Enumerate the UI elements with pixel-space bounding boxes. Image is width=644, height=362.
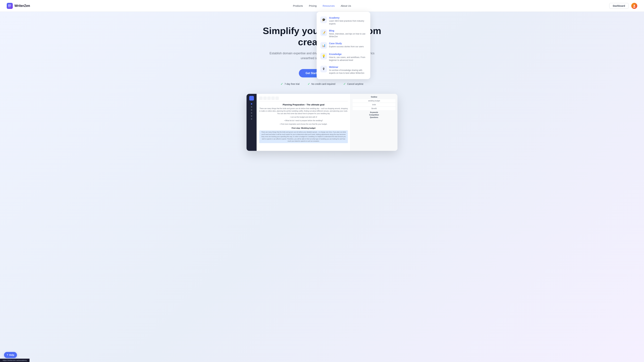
mockup-toolbar [259, 96, 348, 101]
trust-trial: ✓ 7-day free trial [280, 82, 299, 86]
section-title: First step: Wedding budget [259, 127, 348, 130]
outline-item-2: bride [353, 103, 396, 106]
casestudy-text: Case Study Explore success stories from … [329, 42, 364, 48]
sidebar-dot-5 [251, 115, 252, 117]
webinar-icon: 🎙 [320, 66, 327, 72]
academy-title: Academy [329, 16, 366, 19]
sidebar-logo [249, 96, 254, 100]
mockup-content: Planning Preparation - The ultimate goal… [259, 103, 348, 143]
academy-desc: Learn SEO best practices from industry e… [329, 19, 366, 25]
tool-3 [267, 96, 271, 100]
nav-products[interactable]: Products [293, 4, 303, 7]
sidebar-dot-4 [251, 112, 252, 114]
resources-dropdown: 🎓 Academy Learn SEO best practices from … [317, 12, 370, 79]
trust-no-credit: ✓ No credit card required [308, 82, 335, 86]
casestudy-desc: Explore success stories from our users [329, 45, 364, 48]
svg-rect-2 [8, 6, 10, 7]
trust-row: ✓ 7-day free trial ✓ No credit card requ… [7, 82, 637, 86]
trust-credit-label: No credit card required [312, 83, 335, 85]
doc-highlighted: There are many things that the bride and… [259, 130, 348, 143]
webinar-desc: An archive of knowledge sharing with exp… [329, 69, 366, 75]
dropdown-item-webinar[interactable]: 🎙 Webinar An archive of knowledge sharin… [319, 64, 368, 77]
tool-1 [259, 96, 263, 100]
svg-rect-0 [8, 4, 10, 6]
sidebar-dot-1 [251, 103, 252, 105]
logo-icon [7, 3, 13, 9]
questions-label: Questions [353, 116, 396, 118]
webinar-text: Webinar An archive of knowledge sharing … [329, 66, 366, 75]
blog-text: Blog News, interviews, and tips on how t… [329, 29, 366, 38]
trust-cancel: ✓ Cancel anytime [343, 82, 364, 86]
check-icon-trial: ✓ [280, 82, 283, 86]
mockup-sidebar [246, 94, 256, 151]
status-url: https://writerzen.net/academy [3, 359, 27, 361]
logo-area[interactable]: WriterZen [7, 3, 30, 9]
svg-point-4 [634, 5, 635, 6]
trust-cancel-label: Cancel anytime [347, 83, 364, 85]
navigation: WriterZen Products Pricing Resources Abo… [0, 0, 644, 12]
knowledge-title: Knowledge [329, 53, 366, 55]
mockup-window: Planning Preparation - The ultimate goal… [246, 94, 398, 151]
sidebar-dot-2 [251, 106, 252, 108]
nav-links: Products Pricing Resources About Us [293, 4, 351, 7]
competition-label: Competition [353, 114, 396, 116]
mockup-container: Planning Preparation - The ultimate goal… [246, 94, 398, 151]
mockup-main: Planning Preparation - The ultimate goal… [256, 94, 350, 151]
casestudy-icon: 📊 [320, 42, 327, 49]
dropdown-item-blog[interactable]: 📝 Blog News, interviews, and tips on how… [319, 27, 368, 40]
trust-trial-label: 7-day free trial [284, 83, 299, 85]
keywords-section: Keywords Competition Questions [353, 111, 396, 118]
svg-rect-1 [10, 4, 11, 6]
knowledge-desc: How-to, use cases, and workflows. From b… [329, 56, 366, 62]
tool-5 [276, 96, 279, 100]
academy-text: Academy Learn SEO best practices from in… [329, 16, 366, 25]
dashboard-button[interactable]: Dashboard [609, 3, 628, 9]
nav-resources[interactable]: Resources [323, 4, 335, 7]
knowledge-text: Knowledge How-to, use cases, and workflo… [329, 53, 366, 62]
mockup-right-panel: Outline wedding budget bride Benefit Key… [350, 94, 398, 151]
svg-point-5 [633, 6, 636, 8]
doc-bullet2: • What list do I need to prepare before … [259, 119, 348, 122]
sidebar-dot-6 [251, 118, 252, 120]
help-circle-icon: ? [7, 354, 8, 356]
status-bar: https://writerzen.net/academy [0, 359, 30, 362]
blog-icon: 📝 [320, 29, 327, 36]
dropdown-item-casestudy[interactable]: 📊 Case Study Explore success stories fro… [319, 40, 368, 51]
check-icon-cancel: ✓ [343, 82, 346, 86]
blog-desc: News, interviews, and tips on how to use… [329, 32, 366, 38]
outline-title: Outline [353, 96, 396, 98]
check-icon-credit: ✓ [308, 82, 310, 86]
nav-pricing[interactable]: Pricing [309, 4, 317, 7]
tool-4 [271, 96, 275, 100]
dropdown-item-academy[interactable]: 🎓 Academy Learn SEO best practices from … [319, 14, 368, 27]
sidebar-dot-3 [251, 109, 252, 111]
doc-bullet1: • List out the budget and stick with it! [259, 116, 348, 118]
nav-right: Dashboard [609, 3, 637, 9]
svg-rect-3 [10, 6, 11, 7]
doc-title: Planning Preparation - The ultimate goal [259, 103, 348, 106]
blog-title: Blog [329, 29, 366, 32]
tool-2 [263, 96, 267, 100]
outline-item-3: Benefit [353, 107, 396, 110]
knowledge-icon: 💡 [320, 53, 327, 59]
webinar-title: Webinar [329, 66, 366, 68]
help-label: Help [9, 354, 14, 356]
user-avatar[interactable] [631, 3, 637, 9]
nav-about[interactable]: About Us [341, 4, 351, 7]
dropdown-item-knowledge[interactable]: 💡 Knowledge How-to, use cases, and workf… [319, 51, 368, 64]
doc-bullet3: • Find more inspiration and choose the o… [259, 123, 348, 125]
outline-item-1: wedding budget [353, 99, 396, 102]
help-button[interactable]: ? Help [4, 352, 17, 358]
keywords-label: Keywords [353, 111, 396, 113]
casestudy-title: Case Study [329, 42, 364, 45]
academy-icon: 🎓 [320, 16, 327, 23]
logo-text: WriterZen [14, 4, 30, 8]
doc-para1: There are many things that the bride and… [259, 107, 348, 115]
